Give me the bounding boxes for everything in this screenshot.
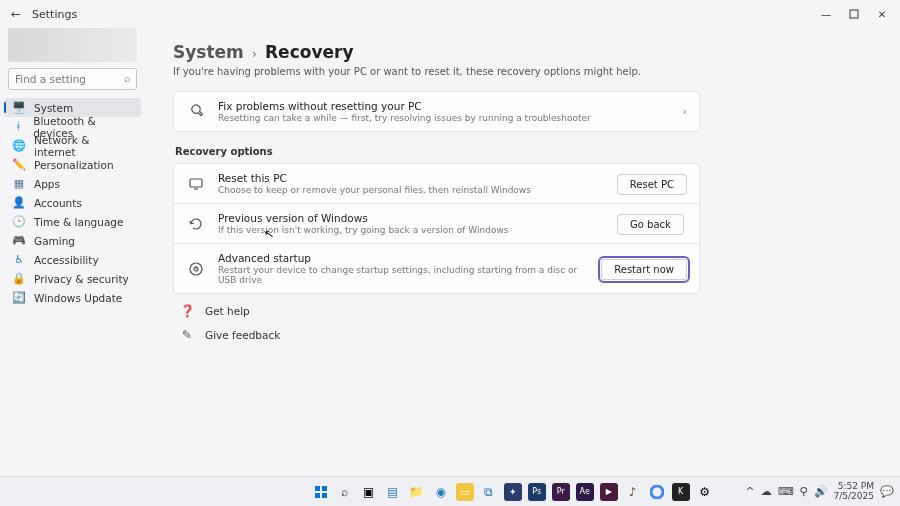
option-desc: Choose to keep or remove your personal f… (218, 185, 605, 195)
svg-rect-1 (190, 179, 202, 187)
widgets-button[interactable]: ▤ (384, 483, 402, 501)
sidebar-item-gaming[interactable]: 🎮Gaming (4, 231, 141, 250)
maximize-button[interactable] (840, 4, 868, 24)
search-input[interactable] (8, 68, 137, 90)
nav-label: Network & internet (34, 134, 133, 158)
svg-rect-0 (850, 10, 858, 18)
nav-label: Accessibility (34, 254, 99, 266)
nav-icon: 🔄 (12, 291, 26, 304)
help-icon: ❓ (179, 304, 195, 318)
svg-rect-4 (315, 486, 320, 491)
store-icon[interactable]: ⧉ (480, 483, 498, 501)
troubleshoot-card[interactable]: Fix problems without resetting your PC R… (173, 91, 700, 132)
app-icon[interactable]: ⚙ (696, 483, 714, 501)
sidebar-item-accounts[interactable]: 👤Accounts (4, 193, 141, 212)
task-view-button[interactable]: ▣ (360, 483, 378, 501)
language-icon[interactable]: ⌨ (778, 485, 794, 498)
nav-label: System (34, 102, 73, 114)
app-icon[interactable]: Ps (528, 483, 546, 501)
sidebar-item-accessibility[interactable]: ♿Accessibility (4, 250, 141, 269)
nav-icon: 👤 (12, 196, 26, 209)
sidebar-item-personalization[interactable]: ✏️Personalization (4, 155, 141, 174)
search-button[interactable]: ⌕ (336, 483, 354, 501)
volume-icon[interactable]: 🔊 (814, 485, 828, 498)
system-tray[interactable]: ^ ☁ ⌨ ⚲ 🔊 5:52 PM 7/5/2025 💬 (745, 482, 900, 502)
sidebar-item-network-internet[interactable]: 🌐Network & internet (4, 136, 141, 155)
app-icon[interactable]: ♪ (624, 483, 642, 501)
nav-icon: 🖥️ (12, 101, 26, 114)
clock[interactable]: 5:52 PM 7/5/2025 (834, 482, 874, 502)
app-icon[interactable]: ▶ (600, 483, 618, 501)
wifi-icon[interactable]: ⚲ (800, 485, 808, 498)
app-icon[interactable]: ✦ (504, 483, 522, 501)
nav-icon: 🌐 (12, 139, 26, 152)
titlebar: ← Settings — ✕ (0, 0, 900, 28)
sidebar-item-windows-update[interactable]: 🔄Windows Update (4, 288, 141, 307)
chevron-up-icon[interactable]: ^ (745, 485, 754, 498)
option-icon (186, 216, 206, 232)
app-icon[interactable]: Pr (552, 483, 570, 501)
nav-icon: 🔒 (12, 272, 26, 285)
sidebar-item-time-language[interactable]: 🕒Time & language (4, 212, 141, 231)
troubleshoot-icon (186, 104, 206, 120)
onedrive-icon[interactable]: ☁ (761, 485, 772, 498)
notifications-icon[interactable]: 💬 (880, 485, 894, 498)
nav-icon: ✏️ (12, 158, 26, 171)
sidebar-item-apps[interactable]: ▦Apps (4, 174, 141, 193)
app-icon[interactable]: ▭ (456, 483, 474, 501)
recovery-option-advanced-startup: Advanced startupRestart your device to c… (173, 244, 700, 294)
app-icon[interactable]: Ae (576, 483, 594, 501)
card-title: Fix problems without resetting your PC (218, 100, 671, 112)
go-back-button[interactable]: Go back (617, 214, 684, 235)
sidebar-item-system[interactable]: 🖥️System (4, 98, 141, 117)
nav-icon: 🕒 (12, 215, 26, 228)
edge-icon[interactable]: ◉ (432, 483, 450, 501)
page-title: Recovery (265, 42, 353, 62)
restart-now-button[interactable]: Restart now (601, 259, 687, 280)
taskbar-center: ⌕ ▣ ▤ 📁 ◉ ▭ ⧉ ✦ Ps Pr Ae ▶ ♪ K ⚙ (280, 483, 745, 501)
page-subtitle: If you're having problems with your PC o… (173, 66, 700, 77)
close-button[interactable]: ✕ (868, 4, 896, 24)
explorer-icon[interactable]: 📁 (408, 483, 426, 501)
option-desc: Restart your device to change startup se… (218, 265, 589, 285)
sidebar-item-privacy-security[interactable]: 🔒Privacy & security (4, 269, 141, 288)
main-content: System › Recovery If you're having probl… (145, 28, 900, 476)
svg-point-8 (651, 486, 663, 498)
account-card[interactable] (8, 28, 137, 62)
app-icon[interactable]: K (672, 483, 690, 501)
option-desc: If this version isn't working, try going… (218, 225, 605, 235)
give-feedback-link[interactable]: ✎Give feedback (173, 328, 700, 342)
recovery-option-reset-this-pc: Reset this PCChoose to keep or remove yo… (173, 163, 700, 204)
minimize-button[interactable]: — (812, 4, 840, 24)
section-label: Recovery options (175, 146, 700, 157)
back-button[interactable]: ← (4, 7, 28, 21)
help-label: Give feedback (205, 329, 280, 341)
option-title: Advanced startup (218, 252, 589, 264)
recovery-option-previous-version-of-windows: Previous version of WindowsIf this versi… (173, 204, 700, 244)
help-label: Get help (205, 305, 250, 317)
get-help-link[interactable]: ❓Get help (173, 304, 700, 318)
help-icon: ✎ (179, 328, 195, 342)
nav-label: Time & language (34, 216, 123, 228)
option-title: Previous version of Windows (218, 212, 605, 224)
sidebar: ⌕ 🖥️SystemᚼBluetooth & devices🌐Network &… (0, 28, 145, 476)
window-title: Settings (32, 8, 77, 21)
nav-icon: ▦ (12, 177, 26, 190)
option-title: Reset this PC (218, 172, 605, 184)
svg-rect-5 (322, 486, 327, 491)
nav-label: Privacy & security (34, 273, 129, 285)
reset-pc-button[interactable]: Reset PC (617, 174, 687, 195)
chrome-icon[interactable] (648, 483, 666, 501)
taskbar: ⌕ ▣ ▤ 📁 ◉ ▭ ⧉ ✦ Ps Pr Ae ▶ ♪ K ⚙ ^ ☁ ⌨ ⚲… (0, 476, 900, 506)
nav-icon: ♿ (12, 253, 26, 266)
nav-label: Personalization (34, 159, 114, 171)
breadcrumb: System › Recovery (173, 42, 700, 62)
nav-icon: 🎮 (12, 234, 26, 247)
option-icon (186, 176, 206, 192)
nav-icon: ᚼ (12, 120, 25, 133)
nav-label: Gaming (34, 235, 75, 247)
start-button[interactable] (312, 483, 330, 501)
nav-label: Apps (34, 178, 60, 190)
breadcrumb-parent[interactable]: System (173, 42, 244, 62)
chevron-right-icon: › (252, 46, 257, 61)
